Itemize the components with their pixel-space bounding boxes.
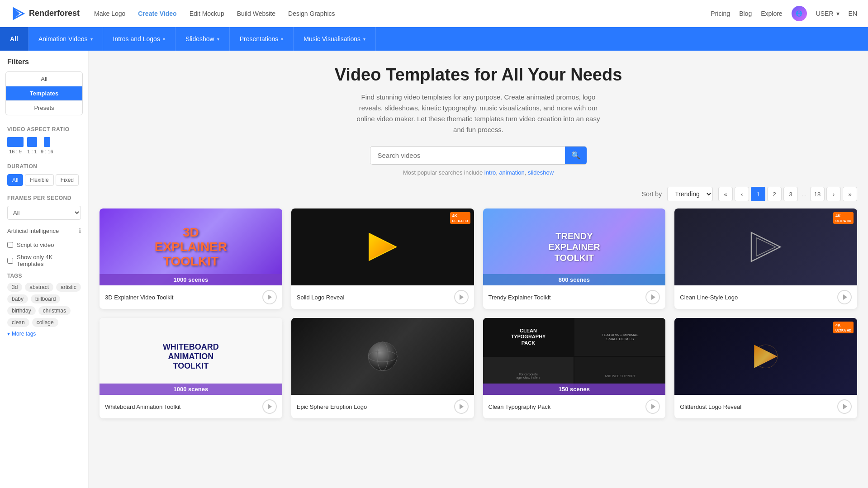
svg-marker-2	[369, 233, 396, 261]
search-button[interactable]: 🔍	[565, 147, 587, 164]
card-title: 3D Explainer Video Toolkit	[105, 294, 259, 301]
aspect-ratio-label: Video aspect ratio	[0, 123, 88, 135]
cat-all[interactable]: All	[0, 27, 28, 51]
page-1[interactable]: 1	[751, 187, 765, 201]
play-button[interactable]	[645, 399, 660, 414]
filter-templates[interactable]: Templates	[6, 86, 82, 101]
tag-clean[interactable]: clean	[7, 318, 29, 327]
page-first[interactable]: «	[718, 187, 733, 201]
cat-presentations[interactable]: Presentations ▾	[230, 27, 294, 51]
tag-collage[interactable]: collage	[32, 318, 58, 327]
tag-artistic[interactable]: artistic	[56, 283, 81, 292]
aspect-ratio-group: 16 : 9 1 : 1 9 : 16	[0, 135, 88, 160]
video-card-3d-explainer: 3DEXPLAINERTOOLKIT 1000 scenes 3D Explai…	[100, 208, 282, 309]
play-button[interactable]	[837, 290, 852, 304]
scenes-badge: 800 scenes	[483, 274, 666, 285]
svg-marker-4	[757, 238, 776, 256]
play-icon	[268, 294, 272, 300]
tag-billboard[interactable]: billboard	[31, 294, 60, 303]
nav-links: Make Logo Create Video Edit Mockup Build…	[94, 10, 711, 17]
tag-abstract[interactable]: abstract	[25, 283, 53, 292]
chevron-down-icon: ▾	[217, 37, 219, 42]
cat-slideshow[interactable]: Slideshow ▾	[175, 27, 230, 51]
show-4k-checkbox[interactable]	[7, 258, 13, 264]
filter-all[interactable]: All	[6, 72, 82, 86]
page-last[interactable]: »	[843, 187, 857, 201]
chevron-down-icon: ▾	[90, 37, 93, 42]
card-bottom: Clean Line-Style Logo	[674, 285, 857, 309]
tag-3d[interactable]: 3d	[7, 283, 22, 292]
page-2[interactable]: 2	[767, 187, 782, 201]
svg-point-5	[368, 342, 397, 371]
video-card-glitterdust: 4KULTRA HD	[674, 318, 857, 418]
popular-link-slideshow[interactable]: slideshow	[528, 169, 554, 176]
chevron-down-icon: ▾	[363, 37, 365, 42]
page-next[interactable]: ›	[826, 187, 841, 201]
aspect-16-9[interactable]: 16 : 9	[7, 137, 24, 154]
fps-select-wrap: All 24 30 60	[0, 204, 88, 225]
tag-baby[interactable]: baby	[7, 294, 28, 303]
nav-edit-mockup[interactable]: Edit Mockup	[190, 10, 224, 17]
play-button[interactable]	[262, 290, 277, 304]
dur-fixed[interactable]: Fixed	[56, 174, 79, 186]
nav-blog[interactable]: Blog	[739, 10, 752, 17]
page-18[interactable]: 18	[810, 187, 825, 201]
card-thumbnail	[291, 318, 474, 395]
filters-title: Filters	[0, 58, 88, 71]
fps-select[interactable]: All 24 30 60	[7, 206, 81, 220]
card-bottom: Trendy Explainer Toolkit	[483, 285, 666, 309]
page-prev[interactable]: ‹	[735, 187, 749, 201]
play-button[interactable]	[645, 290, 660, 304]
nav-build-website[interactable]: Build Website	[237, 10, 275, 17]
dur-flexible[interactable]: Flexible	[25, 174, 53, 186]
search-bar: 🔍	[370, 146, 587, 165]
card-thumbnail: TRENDYEXPLAINERTOOLKIT 800 scenes	[483, 208, 666, 285]
nav-design-graphics[interactable]: Design Graphics	[288, 10, 335, 17]
play-icon	[843, 404, 847, 409]
show-4k-wrap: Show only 4K Templates	[0, 252, 88, 271]
show-4k-label: Show only 4K Templates	[17, 254, 81, 267]
more-tags-button[interactable]: ▾ More tags	[7, 331, 81, 337]
aspect-1-1[interactable]: 1 : 1	[27, 137, 37, 154]
nav-make-logo[interactable]: Make Logo	[94, 10, 125, 17]
hero-title: Video Templates for All Your Needs	[100, 65, 857, 85]
page-3[interactable]: 3	[783, 187, 798, 201]
video-card-typography-pack: CLEANTYPOGRAPHYPACK FEATURING MINIMALSMA…	[483, 318, 666, 418]
aspect-9-16[interactable]: 9 : 16	[41, 137, 53, 154]
popular-link-intro[interactable]: intro	[484, 169, 496, 176]
info-icon[interactable]: ℹ	[79, 227, 81, 234]
hero-subtitle: Find stunning video templates for any pu…	[352, 92, 605, 135]
tag-birthday[interactable]: birthday	[7, 306, 36, 315]
cat-animation-videos[interactable]: Animation Videos ▾	[28, 27, 103, 51]
play-button[interactable]	[837, 399, 852, 414]
language-selector[interactable]: EN	[849, 10, 857, 17]
popular-link-animation[interactable]: animation	[499, 169, 524, 176]
play-button[interactable]	[454, 290, 469, 304]
cat-music-visualisations[interactable]: Music Visualisations ▾	[294, 27, 376, 51]
4k-badge: 4KULTRA HD	[833, 322, 854, 333]
play-icon	[651, 294, 655, 300]
tags-list: 3d abstract artistic baby billboard birt…	[7, 283, 81, 327]
filter-presets[interactable]: Presets	[6, 101, 82, 115]
card-thumbnail: CLEANTYPOGRAPHYPACK FEATURING MINIMALSMA…	[483, 318, 666, 395]
logo[interactable]: Renderforest	[11, 6, 80, 21]
play-button[interactable]	[454, 399, 469, 414]
card-title: Whiteboard Animation Toolkit	[105, 403, 259, 410]
play-button[interactable]	[262, 399, 277, 414]
nav-pricing[interactable]: Pricing	[711, 10, 730, 17]
user-menu-button[interactable]: USER ▾	[816, 10, 840, 17]
search-bar-wrap: 🔍	[100, 146, 857, 165]
script-to-video-checkbox[interactable]	[7, 242, 13, 248]
nav-explore[interactable]: Explore	[761, 10, 782, 17]
dur-all[interactable]: All	[7, 174, 23, 186]
play-icon	[268, 404, 272, 409]
cat-intros-logos[interactable]: Intros and Logos ▾	[103, 27, 175, 51]
card-title: Solid Logo Reveal	[297, 294, 451, 301]
sort-label: Sort by	[642, 190, 662, 198]
tag-christmas[interactable]: christmas	[38, 306, 71, 315]
card-bottom: Epic Sphere Eruption Logo	[291, 395, 474, 418]
card-bottom: Clean Typography Pack	[483, 395, 666, 418]
nav-create-video[interactable]: Create Video	[138, 10, 176, 17]
sort-select[interactable]: Trending Newest Popular	[667, 187, 713, 201]
search-input[interactable]	[370, 147, 565, 164]
